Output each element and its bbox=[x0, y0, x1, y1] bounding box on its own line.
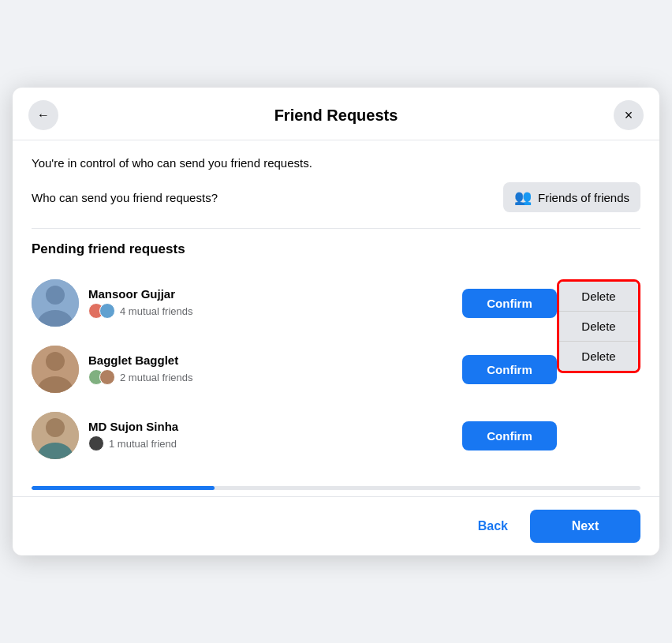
delete-button[interactable]: Delete bbox=[559, 282, 638, 311]
action-buttons: Confirm bbox=[462, 421, 557, 450]
request-info: MD Sujon Sinha 1 mutual friend bbox=[88, 420, 453, 451]
friends-group-icon: 👥 bbox=[514, 189, 532, 206]
request-list: Mansoor Gujjar 4 mutual friends Confirm bbox=[32, 270, 557, 469]
mutual-row: 2 mutual friends bbox=[88, 369, 453, 385]
back-button[interactable]: Back bbox=[465, 511, 521, 541]
avatar bbox=[32, 412, 79, 459]
mutual-avatars bbox=[88, 369, 115, 385]
modal-title: Friend Requests bbox=[274, 107, 398, 125]
request-item: MD Sujon Sinha 1 mutual friend Confirm bbox=[32, 402, 557, 469]
friends-of-friends-label: Friends of friends bbox=[538, 191, 629, 204]
delete-buttons-group: Delete Delete Delete bbox=[557, 279, 640, 373]
mutual-count: 2 mutual friends bbox=[120, 372, 193, 383]
next-button[interactable]: Next bbox=[530, 510, 640, 543]
avatar bbox=[32, 279, 79, 327]
action-buttons: Confirm bbox=[462, 289, 557, 318]
who-can-row: Who can send you friend requests? 👥 Frie… bbox=[32, 182, 640, 212]
close-icon: × bbox=[625, 107, 633, 124]
mutual-avatar bbox=[88, 436, 104, 451]
mutual-avatars bbox=[88, 303, 115, 319]
request-name: MD Sujon Sinha bbox=[88, 420, 453, 433]
mutual-avatar bbox=[99, 369, 115, 385]
progress-bar-fill bbox=[32, 486, 215, 490]
mutual-avatar bbox=[99, 303, 115, 319]
progress-bar bbox=[32, 486, 640, 490]
request-info: Bagglet Bagglet 2 mutual friends bbox=[88, 353, 453, 385]
avatar bbox=[32, 346, 79, 393]
mutual-count: 4 mutual friends bbox=[120, 305, 193, 317]
request-name: Mansoor Gujjar bbox=[88, 287, 453, 301]
delete-button[interactable]: Delete bbox=[559, 311, 638, 341]
svg-point-7 bbox=[46, 418, 65, 437]
description-text: You're in control of who can send you fr… bbox=[32, 156, 640, 170]
confirm-button[interactable]: Confirm bbox=[462, 289, 557, 318]
mutual-avatars bbox=[88, 436, 104, 451]
mutual-count: 1 mutual friend bbox=[109, 438, 177, 450]
pending-section-title: Pending friend requests bbox=[32, 241, 640, 257]
modal-header: ← Friend Requests × bbox=[13, 88, 659, 140]
divider bbox=[32, 228, 640, 229]
request-item: Bagglet Bagglet 2 mutual friends Confirm bbox=[32, 336, 557, 402]
mutual-row: 4 mutual friends bbox=[88, 303, 453, 319]
close-button[interactable]: × bbox=[614, 100, 644, 130]
back-icon-button[interactable]: ← bbox=[28, 100, 58, 130]
modal-body: You're in control of who can send you fr… bbox=[13, 140, 659, 477]
request-info: Mansoor Gujjar 4 mutual friends bbox=[88, 287, 453, 319]
who-can-label: Who can send you friend requests? bbox=[32, 191, 218, 204]
modal-footer: Back Next bbox=[13, 496, 659, 555]
delete-button[interactable]: Delete bbox=[559, 341, 638, 371]
friend-requests-modal: ← Friend Requests × You're in control of… bbox=[13, 88, 659, 555]
action-buttons: Confirm bbox=[462, 355, 557, 384]
request-item: Mansoor Gujjar 4 mutual friends Confirm bbox=[32, 270, 557, 336]
svg-point-4 bbox=[46, 352, 65, 371]
friends-of-friends-button[interactable]: 👥 Friends of friends bbox=[503, 182, 640, 212]
confirm-button[interactable]: Confirm bbox=[462, 355, 557, 384]
confirm-button[interactable]: Confirm bbox=[462, 421, 557, 450]
request-name: Bagglet Bagglet bbox=[88, 353, 453, 367]
svg-point-1 bbox=[46, 286, 65, 305]
mutual-row: 1 mutual friend bbox=[88, 436, 453, 451]
back-arrow-icon: ← bbox=[37, 108, 50, 122]
